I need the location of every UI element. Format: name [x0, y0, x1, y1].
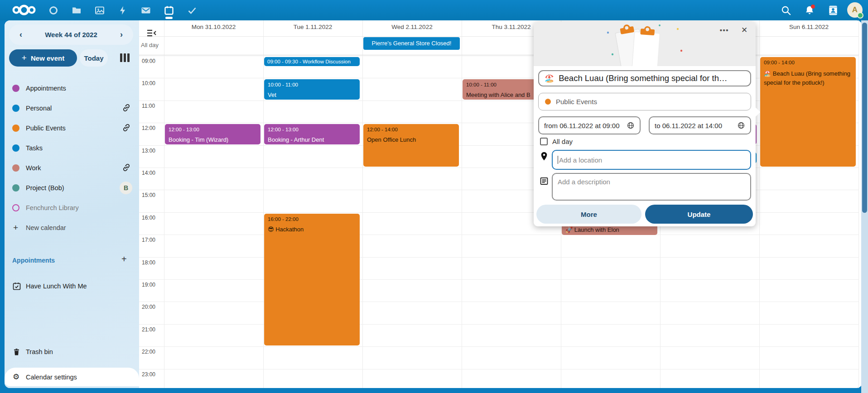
files-app-icon[interactable]	[71, 5, 82, 16]
end-datetime-value: to 06.11.2022 at 14:00	[655, 122, 722, 129]
online-status-dot	[857, 12, 863, 19]
event-title-input[interactable]: 🏖️ Beach Luau (Bring something special f…	[538, 70, 751, 86]
event-title: 🏖️ Beach Luau (Bring something special f…	[764, 69, 852, 87]
mail-app-icon[interactable]	[140, 5, 151, 16]
update-button[interactable]: Update	[645, 205, 753, 224]
calendar-app: ‹ Week 44 of 2022 › + New event Today Ap…	[0, 0, 868, 393]
avatar-letter: A	[852, 5, 858, 14]
top-bar: A	[0, 0, 868, 20]
event-title: Booking - Arthur Dent	[268, 136, 356, 143]
notifications-bell[interactable]	[804, 5, 815, 16]
category-color-dot	[545, 99, 551, 105]
event-time: 16:00 - 22:00	[268, 216, 356, 222]
event-block[interactable]: 16:00 - 22:00😎 Hackathon	[264, 214, 360, 345]
activity-app-icon[interactable]	[117, 5, 128, 16]
event-time: 10:00 - 11:00	[268, 82, 356, 87]
event-title: Open Office Lunch	[367, 136, 455, 143]
event-title: 🚀 Launch with Elon	[565, 226, 654, 233]
location-pin-icon	[540, 151, 548, 161]
search-icon[interactable]	[780, 5, 792, 16]
location-input[interactable]: Add a location	[552, 150, 751, 170]
all-day-checkbox[interactable]: All day	[540, 138, 573, 145]
popup-more-actions-button[interactable]: •••	[717, 24, 732, 37]
description-placeholder: Add a description	[558, 178, 610, 186]
active-app-indicator	[165, 17, 173, 19]
event-block[interactable]: 09:00 - 14:00🏖️ Beach Luau (Bring someth…	[760, 57, 856, 167]
event-time: 12:00 - 14:00	[367, 127, 455, 132]
circle-app-app-icon[interactable]	[48, 5, 59, 16]
event-title: Booking - Tim (Wizard)	[169, 136, 257, 143]
event-block[interactable]: 12:00 - 13:00Booking - Arthur Dent	[264, 124, 360, 144]
beach-umbrella-emoji: 🏖️	[545, 74, 554, 83]
more-button[interactable]: More	[536, 205, 641, 224]
all-day-label: All day	[552, 138, 573, 145]
description-textarea[interactable]: Add a description	[552, 173, 751, 201]
tasks-app-icon[interactable]	[187, 5, 198, 16]
start-datetime-value: from 06.11.2022 at 09:00	[544, 122, 620, 129]
event-block[interactable]: 10:00 - 11:00Vet	[264, 79, 360, 99]
event-title: 😎 Hackathon	[268, 226, 356, 233]
photos-app-icon[interactable]	[94, 5, 105, 16]
nextcloud-logo[interactable]	[11, 3, 37, 17]
event-title-value: Beach Luau (Bring something special for …	[559, 73, 727, 83]
event-block[interactable]: 12:00 - 13:00Booking - Tim (Wizard)	[165, 124, 260, 144]
start-datetime-field[interactable]: from 06.11.2022 at 09:00	[538, 116, 641, 134]
clipboards-illustration	[602, 23, 688, 66]
description-icon	[540, 177, 549, 186]
timezone-globe-icon[interactable]	[737, 121, 745, 129]
end-datetime-field[interactable]: to 06.11.2022 at 14:00	[649, 116, 751, 134]
calendar-app-icon[interactable]	[164, 5, 174, 16]
event-block[interactable]: 12:00 - 14:00Open Office Lunch	[363, 124, 459, 167]
close-icon[interactable]: ✕	[738, 24, 751, 37]
event-time: 12:00 - 13:00	[169, 127, 257, 132]
text-caret	[558, 156, 558, 164]
event-title: Vet	[268, 91, 356, 98]
event-time: 12:00 - 13:00	[268, 127, 356, 132]
allday-event[interactable]: Pierre's General Store Closed!	[363, 37, 460, 50]
notification-dot	[811, 5, 815, 9]
event-editor-popup: ••• ✕ 🏖️ Beach Luau (Bring something spe…	[534, 22, 756, 226]
location-placeholder: Add a location	[559, 156, 602, 164]
category-value: Public Events	[556, 98, 597, 105]
calendar-category-select[interactable]: Public Events	[538, 93, 751, 110]
contacts-icon[interactable]	[827, 5, 839, 16]
timezone-globe-icon[interactable]	[627, 121, 635, 129]
event-block[interactable]: 09:00 - 09:30 - Workflow Discussion	[264, 57, 360, 66]
event-time: 09:00 - 14:00	[764, 60, 852, 65]
checkbox-box[interactable]	[540, 138, 548, 145]
